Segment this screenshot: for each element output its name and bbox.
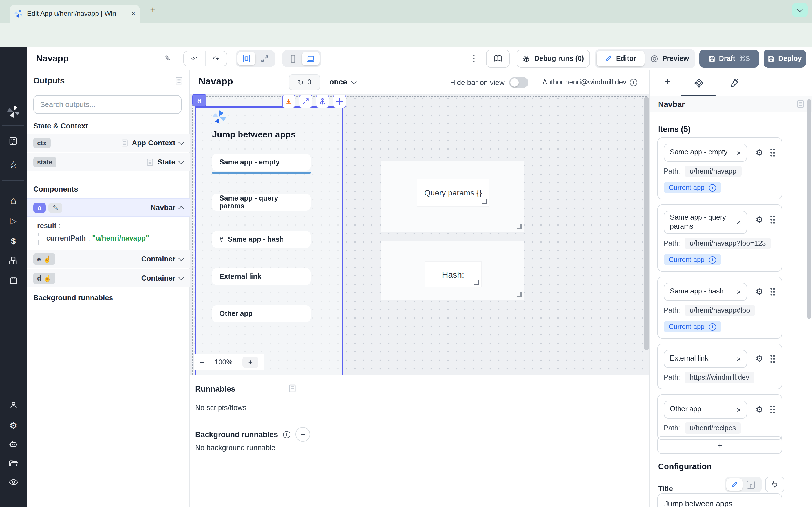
chevron-down-icon[interactable]: [179, 255, 184, 261]
chevron-down-icon[interactable]: [179, 274, 184, 280]
deploy-button[interactable]: Deploy: [763, 50, 806, 68]
panel-doc-icon[interactable]: [797, 100, 804, 108]
item-label-pill[interactable]: Same app - empty ×: [664, 144, 747, 162]
preview-nav-item[interactable]: Other app: [212, 305, 311, 322]
rename-app-icon[interactable]: ✎: [165, 54, 171, 62]
expand-down-button[interactable]: [282, 95, 296, 108]
resize-handle[interactable]: [516, 224, 522, 229]
component-row-e[interactable]: e ☝ Container: [27, 249, 190, 268]
output-row-state[interactable]: state State: [27, 153, 190, 171]
remove-item-icon[interactable]: ×: [737, 149, 741, 157]
add-background-runnable-button[interactable]: +: [296, 427, 310, 442]
variables-icon[interactable]: $: [0, 236, 27, 245]
more-options-icon[interactable]: ⋮: [470, 54, 478, 64]
item-settings-icon[interactable]: ⚙: [756, 148, 763, 158]
result-key[interactable]: result:: [37, 222, 63, 230]
path-value[interactable]: u/henri/navapp#foo: [684, 305, 755, 316]
hide-bar-toggle[interactable]: [509, 77, 528, 88]
info-icon[interactable]: i: [709, 323, 716, 331]
title-field-input[interactable]: [658, 494, 782, 507]
info-icon[interactable]: i: [283, 431, 290, 438]
new-tab-button[interactable]: +: [150, 4, 156, 16]
zoom-out-button[interactable]: −: [200, 357, 205, 367]
path-value[interactable]: u/henri/navapp?foo=123: [684, 238, 771, 249]
desktop-view-button[interactable]: [302, 52, 320, 65]
static-mode-button[interactable]: [726, 478, 743, 491]
item-settings-icon[interactable]: ⚙: [756, 354, 763, 364]
browser-tab[interactable]: Edit App u/henri/navapp | Win ×: [10, 4, 140, 22]
resize-handle[interactable]: [516, 292, 522, 297]
remove-item-icon[interactable]: ×: [737, 406, 741, 414]
connect-input-button[interactable]: [765, 476, 784, 492]
add-item-button[interactable]: +: [658, 436, 782, 454]
chevron-up-icon[interactable]: [179, 206, 184, 211]
item-settings-icon[interactable]: ⚙: [756, 287, 763, 297]
query-params-box[interactable]: Query params {}: [381, 161, 524, 231]
draft-button[interactable]: Draft ⌘S: [699, 50, 759, 68]
run-mode-select[interactable]: once: [329, 78, 356, 86]
item-label-pill[interactable]: External link ×: [664, 350, 747, 368]
window-chevron-button[interactable]: [792, 3, 808, 17]
component-row-d[interactable]: d ☝ Container: [27, 269, 190, 287]
item-label-pill[interactable]: Same app - query params ×: [664, 211, 747, 234]
item-settings-icon[interactable]: ⚙: [756, 405, 763, 415]
output-row-ctx[interactable]: ctx App Context: [27, 133, 190, 152]
right-panel-scrollbar[interactable]: [808, 99, 811, 319]
item-label-pill[interactable]: Other app ×: [664, 401, 747, 419]
expression-mode-button[interactable]: ƒ: [743, 478, 759, 491]
hash-box[interactable]: Hash:: [381, 240, 524, 300]
panel-doc-icon[interactable]: [289, 384, 296, 393]
audit-eye-icon[interactable]: [0, 478, 27, 486]
path-value[interactable]: https://windmill.dev: [684, 372, 754, 383]
canvas-area[interactable]: a: [190, 94, 649, 375]
chevron-down-icon[interactable]: [179, 158, 184, 164]
chevron-down-icon[interactable]: [179, 139, 184, 145]
resize-handle[interactable]: [474, 280, 479, 285]
undo-button[interactable]: ↶: [184, 51, 206, 66]
refresh-count-button[interactable]: ↻ 0: [289, 74, 320, 90]
current-path-entry[interactable]: currentPath:"u/henri/navapp": [46, 234, 149, 242]
move-button[interactable]: [333, 95, 346, 108]
fullscreen-button[interactable]: [299, 95, 312, 108]
component-settings-tab[interactable]: [694, 78, 704, 89]
item-label-pill[interactable]: Same app - hash ×: [664, 283, 747, 301]
mobile-view-button[interactable]: [284, 52, 302, 65]
drag-handle-icon[interactable]: [770, 405, 775, 414]
edit-id-icon[interactable]: ✎: [49, 203, 62, 213]
info-icon[interactable]: i: [709, 256, 716, 264]
windmill-logo[interactable]: [0, 105, 27, 118]
preview-nav-item[interactable]: External link: [212, 268, 311, 285]
preview-tab[interactable]: Preview: [646, 51, 694, 66]
users-icon[interactable]: [0, 400, 27, 409]
zoom-in-button[interactable]: +: [243, 356, 258, 368]
runs-icon[interactable]: ▷: [0, 216, 27, 226]
component-row-navbar[interactable]: a ✎ Navbar: [27, 198, 190, 217]
tab-close-icon[interactable]: ×: [132, 10, 135, 17]
drag-handle-icon[interactable]: [770, 148, 775, 157]
editor-tab[interactable]: Editor: [597, 51, 645, 66]
debug-runs-button[interactable]: Debug runs (0): [516, 50, 590, 68]
resize-handle[interactable]: [482, 200, 487, 205]
panel-doc-icon[interactable]: [175, 76, 183, 85]
styling-tab[interactable]: [728, 78, 739, 89]
home-icon[interactable]: ⌂: [0, 195, 27, 207]
drag-handle-icon[interactable]: [770, 288, 775, 296]
constrained-width-button[interactable]: [238, 52, 255, 65]
anchor-button[interactable]: [316, 95, 329, 108]
workspace-icon[interactable]: [0, 136, 27, 146]
favorites-icon[interactable]: ☆: [0, 159, 27, 171]
remove-item-icon[interactable]: ×: [737, 218, 741, 226]
canvas-scrollbar[interactable]: [644, 97, 649, 350]
preview-nav-item[interactable]: Same app - empty: [212, 154, 311, 171]
redo-button[interactable]: ↷: [206, 51, 227, 66]
full-width-button[interactable]: [255, 52, 273, 65]
search-outputs-input[interactable]: [33, 95, 182, 114]
schedules-icon[interactable]: [0, 276, 27, 285]
resources-icon[interactable]: [0, 256, 27, 265]
info-icon[interactable]: i: [709, 184, 716, 191]
info-icon[interactable]: i: [630, 78, 637, 86]
path-value[interactable]: u/henri/navapp: [684, 166, 741, 177]
preview-nav-item[interactable]: Same app - query params: [212, 194, 311, 211]
folders-icon[interactable]: [0, 459, 27, 468]
remove-item-icon[interactable]: ×: [737, 355, 741, 363]
